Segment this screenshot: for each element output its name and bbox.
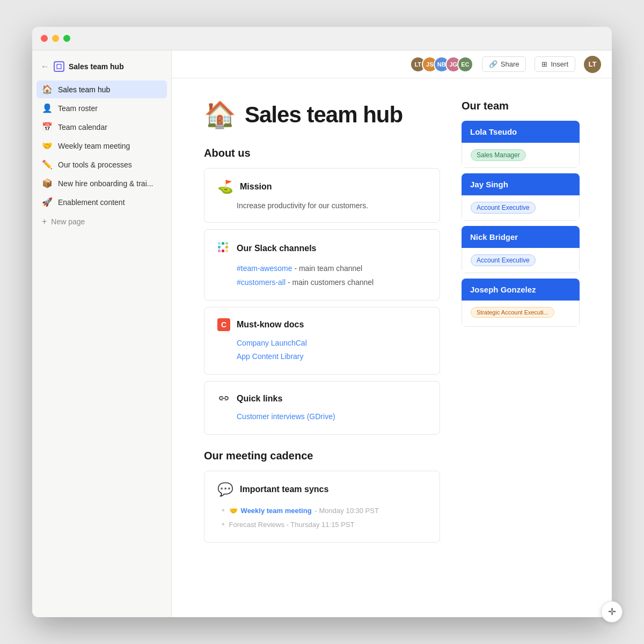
sidebar-header: ← Sales team hub (36, 57, 167, 76)
mission-card: ⛳ Mission Increase productivity for our … (204, 168, 440, 223)
meeting-item-1: • 🤝 Weekly team meeting - Monday 10:30 P… (217, 503, 427, 517)
nick-role-badge: Account Executive (471, 254, 536, 266)
svg-rect-8 (218, 250, 221, 252)
team-member-jay: Jay Singh Account Executive (462, 173, 580, 221)
back-button[interactable]: ← (41, 62, 49, 71)
sidebar-label-sales-team-hub: Sales team hub (58, 85, 162, 94)
quick-links-header: Quick links (217, 392, 427, 405)
svg-rect-1 (218, 246, 221, 248)
slack-link-1[interactable]: #team-awesome - main team channel (237, 262, 427, 275)
person-icon: 👤 (42, 103, 53, 113)
avatar-5: EC (457, 56, 473, 72)
sidebar-title: Sales team hub (69, 62, 124, 71)
sidebar-item-enablement[interactable]: 🚀 Enablement content (36, 193, 167, 211)
sidebar-item-sales-team-hub[interactable]: 🏠 Sales team hub (36, 80, 167, 98)
docs-title: Must-know docs (237, 320, 304, 330)
home-icon: 🏠 (42, 84, 53, 94)
joseph-header: Joseph Gonzelez (462, 279, 580, 301)
fab-button[interactable]: ✛ (601, 601, 623, 623)
svg-rect-6 (225, 250, 228, 252)
slack-title: Our Slack channels (237, 244, 317, 253)
bullet-1: • (222, 506, 225, 515)
sidebar-item-weekly-meeting[interactable]: 🤝 Weekly team meeting (36, 137, 167, 155)
box-icon: 📦 (42, 178, 53, 188)
sidebar-label-team-calendar: Team calendar (58, 123, 162, 131)
quick-links-body: Customer interviews (GDrive) (217, 410, 427, 423)
joseph-body: Strategic Account Executi... (462, 301, 580, 327)
our-team-section-title: Our team (462, 100, 580, 112)
chain-icon (217, 392, 230, 405)
nick-header: Nick Bridger (462, 226, 580, 248)
minimize-button[interactable] (52, 35, 59, 42)
user-avatar[interactable]: LT (584, 56, 601, 73)
page-title-row: 🏠 Sales team hub (204, 100, 440, 130)
meeting-section-title: Our meeting cadence (204, 450, 440, 462)
mission-icon: ⛳ (217, 179, 233, 194)
svg-rect-5 (225, 246, 228, 248)
app-window: ← Sales team hub 🏠 Sales team hub 👤 Team… (32, 27, 612, 617)
app-body: ← Sales team hub 🏠 Sales team hub 👤 Team… (32, 50, 612, 617)
new-page-button[interactable]: + New page (36, 213, 167, 230)
svg-rect-2 (218, 242, 221, 245)
meeting-item-2: • Forecast Reviews - Thursday 11:15 PST (217, 517, 427, 531)
insert-button[interactable]: ⊞ Insert (535, 56, 575, 72)
about-us-section-title: About us (204, 147, 440, 159)
meeting-card-title: 💬 Important team syncs (217, 482, 427, 497)
slack-channels-card: Our Slack channels #team-awesome - main … (204, 229, 440, 300)
sidebar-nav: 🏠 Sales team hub 👤 Team roster 📅 Team ca… (36, 80, 167, 211)
chat-icon: 💬 (217, 482, 233, 497)
sidebar-label-new-hire: New hire onboarding & trai... (58, 179, 162, 188)
mission-card-header: ⛳ Mission (217, 179, 427, 194)
quick-links-title: Quick links (237, 394, 282, 404)
coda-icon: C (217, 318, 230, 331)
page-emoji: 🏠 (204, 100, 236, 130)
mission-title: Mission (240, 182, 272, 192)
team-member-nick: Nick Bridger Account Executive (462, 226, 580, 273)
sidebar-label-team-roster: Team roster (58, 104, 162, 113)
slack-card-header: Our Slack channels (217, 240, 427, 257)
insert-icon: ⊞ (541, 60, 547, 68)
share-label: Share (501, 60, 519, 68)
titlebar (32, 27, 612, 50)
weekly-meeting-link[interactable]: Weekly team meeting (241, 507, 312, 515)
slack-links: #team-awesome - main team channel #custo… (217, 262, 427, 289)
page-title: Sales team hub (245, 102, 402, 128)
sidebar-label-weekly-meeting: Weekly team meeting (58, 142, 162, 150)
forecast-reviews-text: Forecast Reviews - Thursday 11:15 PST (229, 521, 355, 529)
bullet-2: • (222, 519, 225, 529)
rocket-icon: 🚀 (42, 197, 53, 207)
must-know-docs-card: C Must-know docs Company LaunchCal App C… (204, 307, 440, 375)
docs-link-1[interactable]: Company LaunchCal (237, 336, 427, 350)
jay-body: Account Executive (462, 195, 580, 221)
calendar-icon: 📅 (42, 122, 53, 132)
sidebar-item-team-calendar[interactable]: 📅 Team calendar (36, 118, 167, 136)
lola-body: Sales Manager (462, 143, 580, 168)
crosshair-icon: ✛ (608, 606, 616, 618)
sidebar-item-tools-processes[interactable]: ✏️ Our tools & processes (36, 156, 167, 173)
topbar: LT JS NB JG EC 🔗 Share ⊞ Insert LT (172, 50, 612, 78)
traffic-lights (41, 35, 70, 42)
left-column: 🏠 Sales team hub About us ⛳ Mission Incr… (204, 100, 440, 596)
jay-role-badge: Account Executive (471, 202, 536, 214)
app-logo (54, 61, 64, 72)
close-button[interactable] (41, 35, 48, 42)
main-content: LT JS NB JG EC 🔗 Share ⊞ Insert LT (172, 50, 612, 617)
sidebar-item-team-roster[interactable]: 👤 Team roster (36, 99, 167, 117)
mission-body: Increase productivity for our customers. (217, 200, 427, 211)
share-icon: 🔗 (489, 60, 497, 68)
team-member-lola: Lola Tseudo Sales Manager (462, 121, 580, 168)
sidebar: ← Sales team hub 🏠 Sales team hub 👤 Team… (32, 50, 172, 617)
quick-links-card: Quick links Customer interviews (GDrive) (204, 381, 440, 435)
collaborator-avatars: LT JS NB JG EC (410, 56, 473, 72)
plus-icon: + (42, 217, 47, 226)
sidebar-item-new-hire[interactable]: 📦 New hire onboarding & trai... (36, 174, 167, 192)
fullscreen-button[interactable] (63, 35, 70, 42)
svg-rect-7 (222, 250, 224, 252)
slack-icon (217, 240, 230, 257)
pencil-icon: ✏️ (42, 159, 53, 170)
handshake-icon: 🤝 (42, 141, 53, 151)
docs-link-2[interactable]: App Content Library (237, 350, 427, 363)
gdrive-link[interactable]: Customer interviews (GDrive) (237, 410, 427, 423)
slack-link-2[interactable]: #customers-all - main customers channel (237, 276, 427, 289)
share-button[interactable]: 🔗 Share (482, 56, 526, 72)
